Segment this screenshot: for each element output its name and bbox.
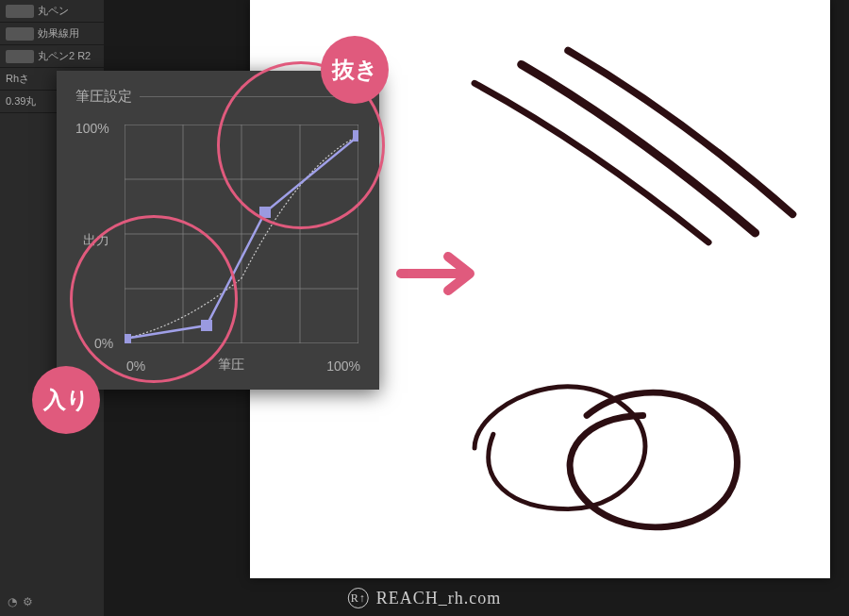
watermark-icon: R↑ [348, 588, 369, 608]
y-axis-max: 100% [75, 121, 109, 136]
x-axis-label: 筆圧 [218, 357, 244, 374]
brush-preview-icon [6, 5, 34, 18]
brush-item[interactable]: 効果線用 [0, 23, 104, 45]
brush-item[interactable]: 丸ペン [0, 0, 104, 23]
annotation-badge-exit: 抜き [321, 36, 389, 104]
watermark: R↑ REACH_rh.com [348, 588, 502, 608]
badge-label: 入り [43, 385, 90, 415]
brush-label: Rhさ [6, 72, 29, 86]
sidebar-footer-icons: ◔ ⚙ [8, 595, 33, 608]
brush-preview-icon [6, 27, 34, 41]
annotation-badge-entry: 入り [32, 366, 100, 434]
brush-label: 効果線用 [38, 26, 79, 41]
watermark-text: REACH_rh.com [376, 589, 502, 608]
gear-icon[interactable]: ⚙ [23, 595, 33, 608]
badge-label: 抜き [332, 55, 378, 85]
brush-label: 0.39丸 [6, 94, 36, 108]
x-axis-max: 100% [326, 358, 360, 374]
clock-icon[interactable]: ◔ [8, 595, 17, 608]
arrow-icon [396, 245, 491, 302]
brush-preview-icon [6, 50, 34, 63]
brush-item[interactable]: 丸ペン2 R2 [0, 45, 104, 68]
brush-label: 丸ペン2 R2 [38, 49, 91, 63]
annotation-circle-entry [70, 215, 238, 383]
brush-label: 丸ペン [38, 4, 69, 18]
